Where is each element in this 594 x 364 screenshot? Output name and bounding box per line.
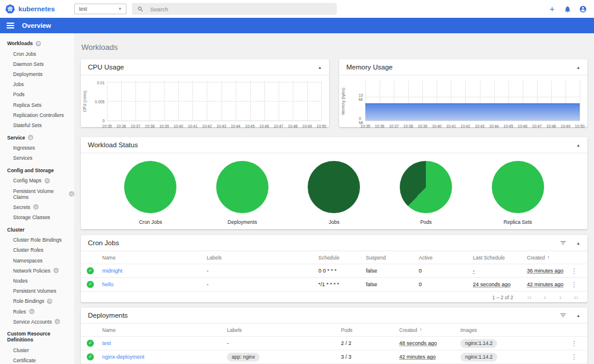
sidebar-item-cluster[interactable]: Cluster	[0, 345, 74, 355]
sidebar-item-jobs[interactable]: Jobs	[0, 80, 74, 90]
column-header-schedule[interactable]: Schedule	[318, 255, 366, 261]
sidebar-item-daemon-sets[interactable]: Daemon Sets	[0, 59, 74, 69]
sidebar-item-stateful-sets[interactable]: Stateful Sets	[0, 120, 74, 130]
search-input[interactable]: Search	[132, 3, 337, 15]
sidebar-item-certificate[interactable]: Certificate	[0, 356, 74, 364]
column-header-created[interactable]: Created↑	[527, 255, 571, 261]
pie-chart[interactable]	[308, 161, 360, 213]
filter-icon[interactable]	[560, 239, 567, 246]
column-header-labels[interactable]: Labels	[207, 255, 318, 261]
sidebar-item-cluster-roles[interactable]: Cluster Roles	[0, 245, 74, 255]
pie-chart[interactable]	[124, 161, 176, 213]
menu-hamburger-icon[interactable]	[7, 23, 14, 29]
kebab-menu-icon[interactable]: ⋮	[571, 353, 577, 360]
chart-plot-area: 0.010.0050	[107, 81, 321, 121]
collapse-caret-icon[interactable]: ▲	[318, 65, 322, 69]
sidebar-item-services[interactable]: Services	[0, 153, 74, 163]
collapse-caret-icon[interactable]: ▲	[576, 241, 580, 245]
sidebar-item-secrets[interactable]: SecretsN	[0, 202, 74, 212]
column-header-suspend[interactable]: Suspend	[366, 255, 419, 261]
notifications-bell-icon[interactable]	[564, 5, 571, 13]
filter-icon[interactable]	[560, 312, 567, 319]
sidebar-item-roles[interactable]: RolesN	[0, 306, 74, 316]
x-tick-label: 10:36	[116, 124, 126, 128]
first-page-icon[interactable]	[526, 295, 533, 301]
sidebar-item-replication-controllers[interactable]: Replication Controllers	[0, 110, 74, 120]
column-header-labels[interactable]: Labels	[227, 327, 341, 333]
resource-link[interactable]: nginx-deployment	[102, 354, 227, 360]
sidebar-item-label: Deployments	[13, 71, 43, 77]
sidebar-item-replica-sets[interactable]: Replica Sets	[0, 100, 74, 110]
x-tick-label: 10:37	[131, 124, 140, 128]
create-plus-icon[interactable]	[548, 5, 556, 13]
deployments-header: Deployments ▲	[81, 308, 587, 324]
previous-page-icon[interactable]	[542, 295, 548, 301]
cron-jobs-table-body: ✓midnight-0 0 * * *false0-36 minutes ago…	[81, 264, 587, 292]
pie-chart[interactable]	[492, 161, 544, 213]
brand[interactable]: kubernetes	[0, 4, 74, 14]
sidebar-item-config-maps[interactable]: Config MapsN	[0, 176, 74, 186]
account-user-icon[interactable]	[579, 5, 587, 13]
table-row: ✓midnight-0 0 * * *false0-36 minutes ago…	[81, 264, 587, 278]
kebab-menu-icon[interactable]: ⋮	[571, 267, 577, 274]
cron-jobs-column-headers: NameLabelsScheduleSuspendActiveLast Sche…	[81, 251, 587, 264]
deployments-table-body: ✓test-2 / 248 seconds agonginx:1.14.2⋮✓n…	[81, 337, 587, 364]
status-success-icon: ✓	[87, 353, 94, 360]
x-tick-label: 10:41	[446, 124, 456, 128]
sidebar-item-nodes[interactable]: Nodes	[0, 276, 74, 286]
x-tick-label: 10:38	[403, 124, 413, 128]
column-header-last-schedule[interactable]: Last Schedule	[473, 255, 527, 261]
last-page-icon[interactable]	[573, 295, 579, 301]
sidebar-item-deployments[interactable]: Deployments	[0, 69, 74, 79]
sidebar-item-cluster-role-bindings[interactable]: Cluster Role Bindings	[0, 235, 74, 245]
sidebar-item-persistent-volumes[interactable]: Persistent Volumes	[0, 286, 74, 296]
x-tick-label: 10:39	[418, 124, 427, 128]
resource-link[interactable]: test	[102, 340, 227, 346]
resource-link[interactable]: midnight	[102, 268, 207, 274]
column-header-name[interactable]: Name	[102, 255, 207, 261]
column-header-pods[interactable]: Pods	[341, 327, 399, 333]
next-page-icon[interactable]	[557, 295, 564, 301]
table-cell: 24 seconds ago	[473, 281, 527, 287]
toolbar-title: Overview	[22, 22, 51, 29]
sidebar-item-network-policies[interactable]: Network PoliciesN	[0, 265, 74, 276]
table-cell[interactable]: ⋮	[571, 340, 582, 347]
sidebar-item-label: Cluster	[13, 347, 29, 353]
column-header-created[interactable]: Created↑	[399, 327, 460, 333]
sidebar-item-pods[interactable]: Pods	[0, 90, 74, 100]
table-cell[interactable]: ⋮	[571, 353, 582, 361]
sidebar-item-cron-jobs[interactable]: Cron Jobs	[0, 49, 74, 59]
sidebar-item-service-accounts[interactable]: Service AccountsN	[0, 316, 74, 327]
namespace-select[interactable]: test ▼	[74, 4, 127, 14]
kebab-menu-icon[interactable]: ⋮	[571, 340, 577, 347]
collapse-caret-icon[interactable]: ▲	[576, 65, 580, 69]
pie-chart-label: Cron Jobs	[139, 219, 162, 225]
x-tick-label: 10:40	[432, 124, 441, 128]
collapse-caret-icon[interactable]: ▲	[576, 143, 580, 147]
table-cell: 3 / 3	[341, 354, 399, 360]
sidebar-item-ingresses[interactable]: Ingresses	[0, 143, 74, 153]
resource-link[interactable]: hello	[102, 281, 207, 287]
table-cell[interactable]: ⋮	[571, 281, 582, 289]
collapse-caret-icon[interactable]: ▲	[576, 314, 580, 318]
kebab-menu-icon[interactable]: ⋮	[571, 281, 577, 288]
sidebar-item-persistent-volume-claims[interactable]: Persistent Volume ClaimsN	[0, 186, 74, 202]
sidebar-item-label: Config Maps	[13, 178, 42, 183]
pie-chart[interactable]	[216, 161, 268, 213]
kubernetes-logo-icon	[5, 4, 15, 14]
sidebar-item-role-bindings[interactable]: Role BindingsN	[0, 296, 74, 306]
main-content: Workloads CPU Usage ▲ CPU (cores)0.010.0…	[74, 33, 594, 364]
column-header-active[interactable]: Active	[419, 255, 473, 261]
sidebar-item-label: Daemon Sets	[13, 61, 44, 67]
workload-pie-deployments: Deployments	[216, 161, 268, 225]
memory-usage-xaxis: 10:3510:3610:3710:3810:3910:4010:4110:42…	[365, 123, 580, 130]
column-header-images[interactable]: Images	[460, 327, 571, 333]
sidebar-item-storage-classes[interactable]: Storage Classes	[0, 212, 74, 222]
table-cell[interactable]: ⋮	[571, 267, 582, 275]
charts-row: CPU Usage ▲ CPU (cores)0.010.0050 10:351…	[81, 59, 587, 127]
namespaced-badge: N	[29, 309, 34, 314]
column-header-name[interactable]: Name	[102, 327, 227, 333]
pie-chart[interactable]	[400, 161, 452, 213]
sidebar-item-label: Jobs	[13, 81, 24, 87]
sidebar-item-namespaces[interactable]: Namespaces	[0, 255, 74, 265]
